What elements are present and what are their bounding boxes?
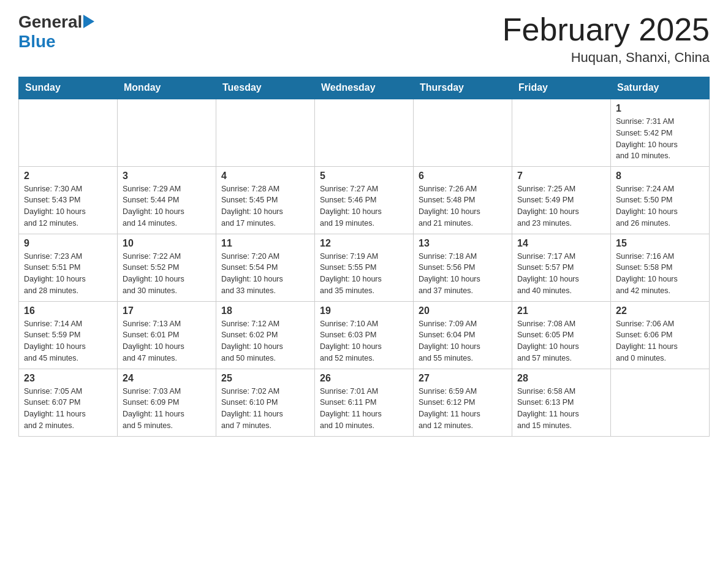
day-info: Sunrise: 7:20 AM Sunset: 5:54 PM Dayligh… xyxy=(221,251,309,297)
calendar-day-cell: 18Sunrise: 7:12 AM Sunset: 6:02 PM Dayli… xyxy=(216,301,315,369)
calendar-day-cell: 13Sunrise: 7:18 AM Sunset: 5:56 PM Dayli… xyxy=(414,234,512,301)
day-number: 4 xyxy=(221,170,309,182)
day-info: Sunrise: 7:31 AM Sunset: 5:42 PM Dayligh… xyxy=(616,116,704,162)
calendar-day-cell: 4Sunrise: 7:28 AM Sunset: 5:45 PM Daylig… xyxy=(216,166,315,234)
day-number: 10 xyxy=(123,238,211,249)
calendar-week-row: 16Sunrise: 7:14 AM Sunset: 5:59 PM Dayli… xyxy=(19,301,710,369)
calendar-header-row: Sunday Monday Tuesday Wednesday Thursday… xyxy=(19,77,710,99)
day-number: 1 xyxy=(616,103,704,114)
calendar-day-cell: 27Sunrise: 6:59 AM Sunset: 6:12 PM Dayli… xyxy=(414,369,512,436)
day-info: Sunrise: 6:59 AM Sunset: 6:12 PM Dayligh… xyxy=(419,386,507,432)
day-number: 14 xyxy=(517,238,605,249)
day-number: 28 xyxy=(517,373,605,384)
calendar-day-cell xyxy=(512,99,611,166)
day-number: 16 xyxy=(24,305,112,316)
calendar-day-cell: 6Sunrise: 7:26 AM Sunset: 5:48 PM Daylig… xyxy=(414,166,512,234)
calendar-day-cell: 5Sunrise: 7:27 AM Sunset: 5:46 PM Daylig… xyxy=(315,166,414,234)
day-info: Sunrise: 7:24 AM Sunset: 5:50 PM Dayligh… xyxy=(616,183,704,229)
day-number: 17 xyxy=(123,305,211,316)
calendar-day-cell: 17Sunrise: 7:13 AM Sunset: 6:01 PM Dayli… xyxy=(118,301,216,369)
day-info: Sunrise: 7:27 AM Sunset: 5:46 PM Dayligh… xyxy=(320,183,408,229)
day-number: 21 xyxy=(517,305,605,316)
calendar-week-row: 1Sunrise: 7:31 AM Sunset: 5:42 PM Daylig… xyxy=(19,99,710,166)
day-number: 2 xyxy=(24,170,112,182)
header-thursday: Thursday xyxy=(414,77,512,99)
day-number: 18 xyxy=(221,305,309,316)
day-number: 20 xyxy=(419,305,507,316)
calendar-day-cell: 20Sunrise: 7:09 AM Sunset: 6:04 PM Dayli… xyxy=(414,301,512,369)
day-info: Sunrise: 7:23 AM Sunset: 5:51 PM Dayligh… xyxy=(24,251,112,297)
day-info: Sunrise: 7:12 AM Sunset: 6:02 PM Dayligh… xyxy=(221,318,309,364)
calendar-day-cell: 12Sunrise: 7:19 AM Sunset: 5:55 PM Dayli… xyxy=(315,234,414,301)
header-wednesday: Wednesday xyxy=(315,77,414,99)
calendar-day-cell xyxy=(414,99,512,166)
day-number: 6 xyxy=(419,170,507,182)
calendar-day-cell: 28Sunrise: 6:58 AM Sunset: 6:13 PM Dayli… xyxy=(512,369,611,436)
calendar-day-cell xyxy=(216,99,315,166)
day-info: Sunrise: 7:16 AM Sunset: 5:58 PM Dayligh… xyxy=(616,251,704,297)
calendar-day-cell: 8Sunrise: 7:24 AM Sunset: 5:50 PM Daylig… xyxy=(611,166,710,234)
calendar-week-row: 9Sunrise: 7:23 AM Sunset: 5:51 PM Daylig… xyxy=(19,234,710,301)
calendar-day-cell: 16Sunrise: 7:14 AM Sunset: 5:59 PM Dayli… xyxy=(19,301,118,369)
calendar-day-cell: 3Sunrise: 7:29 AM Sunset: 5:44 PM Daylig… xyxy=(118,166,216,234)
day-number: 22 xyxy=(616,305,704,316)
calendar-day-cell xyxy=(315,99,414,166)
day-number: 11 xyxy=(221,238,309,249)
day-info: Sunrise: 7:22 AM Sunset: 5:52 PM Dayligh… xyxy=(123,251,211,297)
day-info: Sunrise: 7:06 AM Sunset: 6:06 PM Dayligh… xyxy=(616,318,704,364)
logo-blue-text: Blue xyxy=(18,32,56,51)
calendar-day-cell: 23Sunrise: 7:05 AM Sunset: 6:07 PM Dayli… xyxy=(19,369,118,436)
logo: General Blue xyxy=(18,12,94,52)
day-info: Sunrise: 7:01 AM Sunset: 6:11 PM Dayligh… xyxy=(320,386,408,432)
calendar-day-cell xyxy=(19,99,118,166)
day-info: Sunrise: 7:28 AM Sunset: 5:45 PM Dayligh… xyxy=(221,183,309,229)
day-info: Sunrise: 7:08 AM Sunset: 6:05 PM Dayligh… xyxy=(517,318,605,364)
calendar-day-cell: 19Sunrise: 7:10 AM Sunset: 6:03 PM Dayli… xyxy=(315,301,414,369)
day-number: 3 xyxy=(123,170,211,182)
day-info: Sunrise: 7:14 AM Sunset: 5:59 PM Dayligh… xyxy=(24,318,112,364)
calendar-day-cell xyxy=(611,369,710,436)
day-number: 27 xyxy=(419,373,507,384)
day-info: Sunrise: 7:13 AM Sunset: 6:01 PM Dayligh… xyxy=(123,318,211,364)
header-saturday: Saturday xyxy=(611,77,710,99)
day-info: Sunrise: 7:25 AM Sunset: 5:49 PM Dayligh… xyxy=(517,183,605,229)
day-number: 25 xyxy=(221,373,309,384)
calendar-day-cell: 21Sunrise: 7:08 AM Sunset: 6:05 PM Dayli… xyxy=(512,301,611,369)
day-info: Sunrise: 7:03 AM Sunset: 6:09 PM Dayligh… xyxy=(123,386,211,432)
calendar-day-cell: 22Sunrise: 7:06 AM Sunset: 6:06 PM Dayli… xyxy=(611,301,710,369)
month-year-title: February 2025 xyxy=(502,12,710,47)
logo-arrow-icon xyxy=(83,15,94,28)
day-number: 8 xyxy=(616,170,704,182)
calendar-day-cell: 10Sunrise: 7:22 AM Sunset: 5:52 PM Dayli… xyxy=(118,234,216,301)
day-info: Sunrise: 7:09 AM Sunset: 6:04 PM Dayligh… xyxy=(419,318,507,364)
header-monday: Monday xyxy=(118,77,216,99)
calendar-day-cell: 26Sunrise: 7:01 AM Sunset: 6:11 PM Dayli… xyxy=(315,369,414,436)
day-number: 5 xyxy=(320,170,408,182)
calendar-day-cell: 24Sunrise: 7:03 AM Sunset: 6:09 PM Dayli… xyxy=(118,369,216,436)
header-sunday: Sunday xyxy=(19,77,118,99)
calendar-day-cell xyxy=(118,99,216,166)
calendar-day-cell: 15Sunrise: 7:16 AM Sunset: 5:58 PM Dayli… xyxy=(611,234,710,301)
day-info: Sunrise: 7:29 AM Sunset: 5:44 PM Dayligh… xyxy=(123,183,211,229)
day-info: Sunrise: 7:30 AM Sunset: 5:43 PM Dayligh… xyxy=(24,183,112,229)
day-info: Sunrise: 7:18 AM Sunset: 5:56 PM Dayligh… xyxy=(419,251,507,297)
day-info: Sunrise: 7:10 AM Sunset: 6:03 PM Dayligh… xyxy=(320,318,408,364)
header-friday: Friday xyxy=(512,77,611,99)
day-number: 19 xyxy=(320,305,408,316)
day-info: Sunrise: 7:19 AM Sunset: 5:55 PM Dayligh… xyxy=(320,251,408,297)
day-number: 23 xyxy=(24,373,112,384)
calendar-day-cell: 7Sunrise: 7:25 AM Sunset: 5:49 PM Daylig… xyxy=(512,166,611,234)
day-number: 26 xyxy=(320,373,408,384)
day-info: Sunrise: 7:02 AM Sunset: 6:10 PM Dayligh… xyxy=(221,386,309,432)
calendar-day-cell: 1Sunrise: 7:31 AM Sunset: 5:42 PM Daylig… xyxy=(611,99,710,166)
day-info: Sunrise: 7:17 AM Sunset: 5:57 PM Dayligh… xyxy=(517,251,605,297)
calendar-day-cell: 9Sunrise: 7:23 AM Sunset: 5:51 PM Daylig… xyxy=(19,234,118,301)
calendar-day-cell: 25Sunrise: 7:02 AM Sunset: 6:10 PM Dayli… xyxy=(216,369,315,436)
calendar-week-row: 2Sunrise: 7:30 AM Sunset: 5:43 PM Daylig… xyxy=(19,166,710,234)
day-number: 7 xyxy=(517,170,605,182)
day-number: 24 xyxy=(123,373,211,384)
calendar-table: Sunday Monday Tuesday Wednesday Thursday… xyxy=(18,77,710,437)
calendar-day-cell: 2Sunrise: 7:30 AM Sunset: 5:43 PM Daylig… xyxy=(19,166,118,234)
day-info: Sunrise: 7:05 AM Sunset: 6:07 PM Dayligh… xyxy=(24,386,112,432)
svg-marker-0 xyxy=(83,15,94,28)
